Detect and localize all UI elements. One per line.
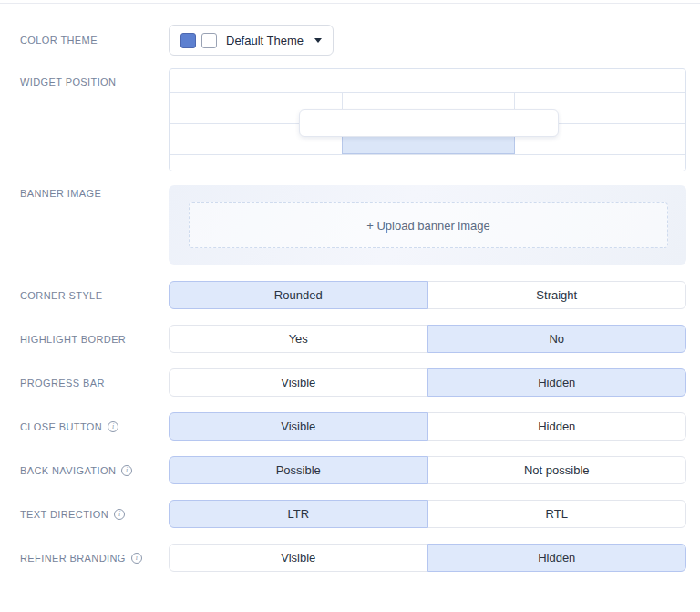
segment-option[interactable]: Rounded (169, 281, 428, 309)
segment-option[interactable]: Hidden (427, 368, 687, 397)
setting-label: BACK NAVIGATION (20, 465, 116, 476)
setting-row-close-button: CLOSE BUTTON i Visible Hidden (20, 412, 686, 441)
selected-theme-label: Default Theme (226, 34, 304, 47)
segmented-control: Visible Hidden (169, 412, 686, 441)
banner-preview-area: + Upload banner image (169, 185, 686, 265)
info-icon[interactable]: i (131, 553, 142, 564)
upload-banner-dropzone[interactable]: + Upload banner image (189, 202, 668, 248)
widget-position-row: WIDGET POSITION (20, 68, 686, 171)
segment-option[interactable]: RTL (427, 500, 687, 528)
segment-option[interactable]: LTR (169, 500, 428, 528)
segmented-control: Possible Not possible (169, 456, 686, 484)
setting-label: CLOSE BUTTON (20, 421, 102, 432)
secondary-color-swatch (201, 33, 217, 48)
segment-option[interactable]: Straight (427, 281, 687, 309)
segmented-control: Visible Hidden (169, 368, 686, 397)
info-icon[interactable]: i (121, 465, 132, 476)
segment-option[interactable]: Hidden (427, 412, 687, 441)
setting-row-progress-bar: PROGRESS BAR i Visible Hidden (20, 368, 686, 397)
color-theme-label: COLOR THEME (20, 35, 98, 46)
setting-label: TEXT DIRECTION (20, 509, 108, 520)
setting-row-refiner-branding: REFINER BRANDING i Visible Hidden (20, 544, 686, 572)
segment-option[interactable]: Possible (169, 456, 428, 484)
banner-image-label: BANNER IMAGE (20, 188, 101, 199)
setting-label: CORNER STYLE (20, 290, 102, 301)
segmented-control: Yes No (169, 325, 686, 353)
segment-option[interactable]: Visible (169, 544, 428, 572)
segment-option[interactable]: No (427, 325, 687, 353)
grid-line (170, 92, 685, 93)
setting-label: REFINER BRANDING (20, 553, 126, 564)
grid-line (170, 154, 685, 155)
banner-image-row: BANNER IMAGE + Upload banner image (20, 185, 686, 265)
primary-color-swatch (180, 33, 196, 48)
caret-down-icon (314, 38, 322, 43)
setting-row-highlight-border: HIGHLIGHT BORDER i Yes No (20, 325, 686, 353)
color-theme-row: COLOR THEME Default Theme (20, 25, 686, 56)
segmented-control: Visible Hidden (169, 544, 686, 572)
segmented-control: Rounded Straight (169, 281, 686, 309)
segment-option[interactable]: Visible (169, 368, 428, 397)
widget-preview-box (299, 109, 559, 137)
upload-banner-label: + Upload banner image (366, 219, 490, 233)
setting-label: HIGHLIGHT BORDER (20, 334, 126, 345)
setting-row-back-navigation: BACK NAVIGATION i Possible Not possible (20, 456, 686, 484)
color-theme-dropdown[interactable]: Default Theme (169, 25, 334, 56)
segment-option[interactable]: Not possible (427, 456, 687, 484)
setting-label: PROGRESS BAR (20, 378, 105, 389)
setting-row-text-direction: TEXT DIRECTION i LTR RTL (20, 500, 686, 528)
segment-option[interactable]: Hidden (427, 544, 687, 572)
widget-position-label: WIDGET POSITION (20, 77, 116, 88)
segment-option[interactable]: Visible (169, 412, 428, 441)
info-icon[interactable]: i (114, 509, 125, 520)
widget-settings-panel: COLOR THEME Default Theme WIDGET POSITIO… (0, 3, 700, 572)
setting-row-corner-style: CORNER STYLE i Rounded Straight (20, 281, 686, 309)
segmented-control: LTR RTL (169, 500, 686, 528)
segment-option[interactable]: Yes (169, 325, 428, 353)
info-icon[interactable]: i (108, 421, 118, 432)
widget-position-picker[interactable] (169, 68, 686, 171)
